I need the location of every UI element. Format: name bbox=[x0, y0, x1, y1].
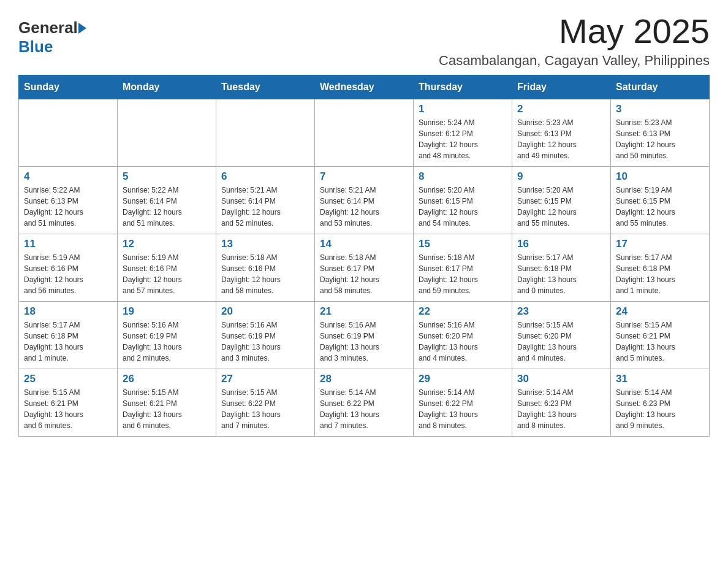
day-info: Sunrise: 5:24 AMSunset: 6:12 PMDaylight:… bbox=[419, 118, 478, 160]
table-row: 26Sunrise: 5:15 AMSunset: 6:21 PMDayligh… bbox=[118, 369, 216, 436]
day-number: 9 bbox=[517, 170, 605, 183]
day-number: 22 bbox=[419, 305, 507, 318]
day-info: Sunrise: 5:16 AMSunset: 6:19 PMDaylight:… bbox=[123, 321, 182, 362]
day-number: 16 bbox=[517, 238, 605, 250]
table-row: 28Sunrise: 5:14 AMSunset: 6:22 PMDayligh… bbox=[315, 369, 414, 436]
day-number: 24 bbox=[616, 305, 704, 318]
day-info: Sunrise: 5:23 AMSunset: 6:13 PMDaylight:… bbox=[517, 118, 577, 160]
table-row: 15Sunrise: 5:18 AMSunset: 6:17 PMDayligh… bbox=[414, 234, 512, 301]
col-header-thursday: Thursday bbox=[414, 75, 512, 99]
day-info: Sunrise: 5:15 AMSunset: 6:21 PMDaylight:… bbox=[24, 388, 83, 430]
day-info: Sunrise: 5:14 AMSunset: 6:22 PMDaylight:… bbox=[419, 388, 478, 430]
table-row: 31Sunrise: 5:14 AMSunset: 6:23 PMDayligh… bbox=[611, 369, 710, 436]
day-info: Sunrise: 5:22 AMSunset: 6:13 PMDaylight:… bbox=[24, 186, 83, 228]
table-row: 27Sunrise: 5:15 AMSunset: 6:22 PMDayligh… bbox=[216, 369, 315, 436]
table-row: 21Sunrise: 5:16 AMSunset: 6:19 PMDayligh… bbox=[315, 301, 414, 369]
day-info: Sunrise: 5:17 AMSunset: 6:18 PMDaylight:… bbox=[517, 253, 577, 295]
day-info: Sunrise: 5:22 AMSunset: 6:14 PMDaylight:… bbox=[123, 186, 182, 228]
calendar-week-row: 4Sunrise: 5:22 AMSunset: 6:13 PMDaylight… bbox=[19, 166, 710, 234]
table-row: 7Sunrise: 5:21 AMSunset: 6:14 PMDaylight… bbox=[315, 166, 414, 234]
calendar-week-row: 25Sunrise: 5:15 AMSunset: 6:21 PMDayligh… bbox=[19, 369, 710, 436]
day-number: 19 bbox=[123, 305, 211, 318]
logo: General Blue bbox=[18, 12, 86, 56]
table-row: 23Sunrise: 5:15 AMSunset: 6:20 PMDayligh… bbox=[512, 301, 611, 369]
table-row: 1Sunrise: 5:24 AMSunset: 6:12 PMDaylight… bbox=[414, 99, 512, 166]
day-number: 4 bbox=[24, 170, 112, 183]
day-number: 23 bbox=[517, 305, 605, 318]
page-header: General Blue May 2025 Casambalangan, Cag… bbox=[18, 12, 710, 69]
day-info: Sunrise: 5:14 AMSunset: 6:23 PMDaylight:… bbox=[517, 388, 577, 430]
day-number: 29 bbox=[419, 373, 507, 385]
day-number: 13 bbox=[221, 238, 309, 250]
table-row: 22Sunrise: 5:16 AMSunset: 6:20 PMDayligh… bbox=[414, 301, 512, 369]
logo-general-text: General bbox=[18, 18, 78, 37]
day-number: 6 bbox=[221, 170, 309, 183]
day-info: Sunrise: 5:21 AMSunset: 6:14 PMDaylight:… bbox=[320, 186, 379, 228]
table-row: 16Sunrise: 5:17 AMSunset: 6:18 PMDayligh… bbox=[512, 234, 611, 301]
day-number: 21 bbox=[320, 305, 408, 318]
col-header-friday: Friday bbox=[512, 75, 611, 99]
col-header-sunday: Sunday bbox=[19, 75, 118, 99]
table-row bbox=[216, 99, 315, 166]
day-info: Sunrise: 5:20 AMSunset: 6:15 PMDaylight:… bbox=[419, 186, 478, 228]
day-info: Sunrise: 5:17 AMSunset: 6:18 PMDaylight:… bbox=[24, 321, 83, 362]
calendar-week-row: 18Sunrise: 5:17 AMSunset: 6:18 PMDayligh… bbox=[19, 301, 710, 369]
day-info: Sunrise: 5:14 AMSunset: 6:22 PMDaylight:… bbox=[320, 388, 379, 430]
day-number: 1 bbox=[419, 103, 507, 115]
day-info: Sunrise: 5:18 AMSunset: 6:16 PMDaylight:… bbox=[221, 253, 281, 295]
logo-blue-text: Blue bbox=[18, 37, 53, 56]
title-block: May 2025 Casambalangan, Cagayan Valley, … bbox=[439, 12, 710, 69]
col-header-wednesday: Wednesday bbox=[315, 75, 414, 99]
day-info: Sunrise: 5:15 AMSunset: 6:21 PMDaylight:… bbox=[123, 388, 182, 430]
table-row: 4Sunrise: 5:22 AMSunset: 6:13 PMDaylight… bbox=[19, 166, 118, 234]
table-row: 11Sunrise: 5:19 AMSunset: 6:16 PMDayligh… bbox=[19, 234, 118, 301]
table-row: 6Sunrise: 5:21 AMSunset: 6:14 PMDaylight… bbox=[216, 166, 315, 234]
calendar-week-row: 1Sunrise: 5:24 AMSunset: 6:12 PMDaylight… bbox=[19, 99, 710, 166]
day-number: 8 bbox=[419, 170, 507, 183]
day-number: 17 bbox=[616, 238, 704, 250]
day-info: Sunrise: 5:19 AMSunset: 6:15 PMDaylight:… bbox=[616, 186, 675, 228]
table-row: 13Sunrise: 5:18 AMSunset: 6:16 PMDayligh… bbox=[216, 234, 315, 301]
calendar-week-row: 11Sunrise: 5:19 AMSunset: 6:16 PMDayligh… bbox=[19, 234, 710, 301]
day-info: Sunrise: 5:14 AMSunset: 6:23 PMDaylight:… bbox=[616, 388, 675, 430]
calendar-header-row: SundayMondayTuesdayWednesdayThursdayFrid… bbox=[19, 75, 710, 99]
day-number: 12 bbox=[123, 238, 211, 250]
day-number: 18 bbox=[24, 305, 112, 318]
day-info: Sunrise: 5:16 AMSunset: 6:20 PMDaylight:… bbox=[419, 321, 478, 362]
table-row: 3Sunrise: 5:23 AMSunset: 6:13 PMDaylight… bbox=[611, 99, 710, 166]
table-row: 12Sunrise: 5:19 AMSunset: 6:16 PMDayligh… bbox=[118, 234, 216, 301]
day-info: Sunrise: 5:15 AMSunset: 6:21 PMDaylight:… bbox=[616, 321, 675, 362]
day-number: 3 bbox=[616, 103, 704, 115]
table-row: 29Sunrise: 5:14 AMSunset: 6:22 PMDayligh… bbox=[414, 369, 512, 436]
day-number: 11 bbox=[24, 238, 112, 250]
day-number: 26 bbox=[123, 373, 211, 385]
day-number: 31 bbox=[616, 373, 704, 385]
table-row: 10Sunrise: 5:19 AMSunset: 6:15 PMDayligh… bbox=[611, 166, 710, 234]
col-header-saturday: Saturday bbox=[611, 75, 710, 99]
day-number: 28 bbox=[320, 373, 408, 385]
table-row: 5Sunrise: 5:22 AMSunset: 6:14 PMDaylight… bbox=[118, 166, 216, 234]
day-number: 20 bbox=[221, 305, 309, 318]
day-number: 25 bbox=[24, 373, 112, 385]
day-info: Sunrise: 5:18 AMSunset: 6:17 PMDaylight:… bbox=[419, 253, 478, 295]
table-row: 9Sunrise: 5:20 AMSunset: 6:15 PMDaylight… bbox=[512, 166, 611, 234]
table-row: 25Sunrise: 5:15 AMSunset: 6:21 PMDayligh… bbox=[19, 369, 118, 436]
table-row bbox=[315, 99, 414, 166]
day-number: 30 bbox=[517, 373, 605, 385]
day-info: Sunrise: 5:16 AMSunset: 6:19 PMDaylight:… bbox=[320, 321, 379, 362]
table-row: 30Sunrise: 5:14 AMSunset: 6:23 PMDayligh… bbox=[512, 369, 611, 436]
logo-triangle-icon bbox=[78, 23, 86, 34]
day-info: Sunrise: 5:16 AMSunset: 6:19 PMDaylight:… bbox=[221, 321, 281, 362]
day-info: Sunrise: 5:20 AMSunset: 6:15 PMDaylight:… bbox=[517, 186, 577, 228]
day-info: Sunrise: 5:21 AMSunset: 6:14 PMDaylight:… bbox=[221, 186, 281, 228]
day-number: 5 bbox=[123, 170, 211, 183]
location-title: Casambalangan, Cagayan Valley, Philippin… bbox=[439, 53, 710, 69]
day-info: Sunrise: 5:15 AMSunset: 6:22 PMDaylight:… bbox=[221, 388, 281, 430]
table-row: 14Sunrise: 5:18 AMSunset: 6:17 PMDayligh… bbox=[315, 234, 414, 301]
table-row: 2Sunrise: 5:23 AMSunset: 6:13 PMDaylight… bbox=[512, 99, 611, 166]
day-info: Sunrise: 5:15 AMSunset: 6:20 PMDaylight:… bbox=[517, 321, 577, 362]
day-number: 7 bbox=[320, 170, 408, 183]
day-number: 10 bbox=[616, 170, 704, 183]
month-title: May 2025 bbox=[439, 12, 710, 50]
table-row: 19Sunrise: 5:16 AMSunset: 6:19 PMDayligh… bbox=[118, 301, 216, 369]
